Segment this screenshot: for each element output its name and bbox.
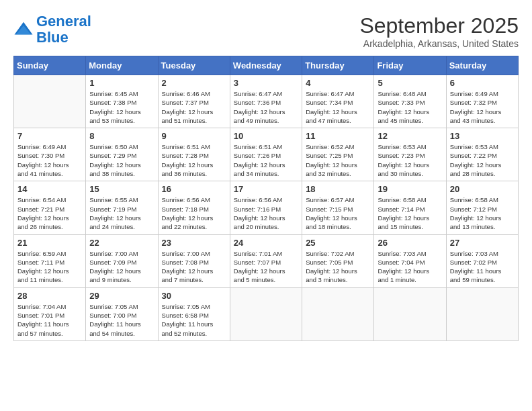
day-info: Sunrise: 6:53 AM Sunset: 7:22 PM Dayligh… bbox=[450, 142, 515, 178]
calendar-cell: 12Sunrise: 6:53 AM Sunset: 7:23 PM Dayli… bbox=[374, 128, 446, 181]
day-header-sunday: Sunday bbox=[14, 56, 86, 75]
day-header-monday: Monday bbox=[86, 56, 158, 75]
calendar-cell: 14Sunrise: 6:54 AM Sunset: 7:21 PM Dayli… bbox=[14, 181, 86, 234]
calendar-cell: 17Sunrise: 6:56 AM Sunset: 7:16 PM Dayli… bbox=[230, 181, 302, 234]
calendar-week-1: 1Sunrise: 6:45 AM Sunset: 7:38 PM Daylig… bbox=[14, 75, 519, 128]
calendar-cell: 6Sunrise: 6:49 AM Sunset: 7:32 PM Daylig… bbox=[446, 75, 518, 128]
day-header-friday: Friday bbox=[374, 56, 446, 75]
day-number: 23 bbox=[162, 238, 226, 248]
day-info: Sunrise: 7:03 AM Sunset: 7:04 PM Dayligh… bbox=[378, 249, 442, 285]
day-number: 5 bbox=[378, 78, 442, 88]
calendar-week-5: 28Sunrise: 7:04 AM Sunset: 7:01 PM Dayli… bbox=[14, 287, 519, 340]
calendar-header-row: SundayMondayTuesdayWednesdayThursdayFrid… bbox=[14, 56, 519, 75]
day-number: 12 bbox=[378, 131, 442, 141]
calendar-cell: 5Sunrise: 6:48 AM Sunset: 7:33 PM Daylig… bbox=[374, 75, 446, 128]
calendar-cell bbox=[374, 287, 446, 340]
day-info: Sunrise: 7:00 AM Sunset: 7:08 PM Dayligh… bbox=[162, 249, 226, 285]
subtitle: Arkadelphia, Arkansas, United States bbox=[359, 38, 519, 49]
day-info: Sunrise: 7:00 AM Sunset: 7:09 PM Dayligh… bbox=[89, 249, 154, 285]
day-number: 28 bbox=[17, 291, 82, 301]
day-number: 4 bbox=[306, 78, 370, 88]
calendar-cell: 18Sunrise: 6:57 AM Sunset: 7:15 PM Dayli… bbox=[302, 181, 374, 234]
day-info: Sunrise: 6:58 AM Sunset: 7:12 PM Dayligh… bbox=[450, 195, 515, 231]
day-header-wednesday: Wednesday bbox=[230, 56, 302, 75]
calendar-cell: 1Sunrise: 6:45 AM Sunset: 7:38 PM Daylig… bbox=[86, 75, 158, 128]
calendar-week-3: 14Sunrise: 6:54 AM Sunset: 7:21 PM Dayli… bbox=[14, 181, 519, 234]
calendar-cell: 16Sunrise: 6:56 AM Sunset: 7:18 PM Dayli… bbox=[158, 181, 230, 234]
calendar-cell: 10Sunrise: 6:51 AM Sunset: 7:26 PM Dayli… bbox=[230, 128, 302, 181]
calendar-cell bbox=[302, 287, 374, 340]
calendar-cell: 2Sunrise: 6:46 AM Sunset: 7:37 PM Daylig… bbox=[158, 75, 230, 128]
calendar-cell bbox=[14, 75, 86, 128]
day-info: Sunrise: 6:56 AM Sunset: 7:18 PM Dayligh… bbox=[162, 195, 226, 231]
month-title: September 2025 bbox=[359, 13, 519, 38]
day-info: Sunrise: 7:03 AM Sunset: 7:02 PM Dayligh… bbox=[450, 249, 515, 285]
day-info: Sunrise: 6:56 AM Sunset: 7:16 PM Dayligh… bbox=[234, 195, 298, 231]
calendar-cell: 9Sunrise: 6:51 AM Sunset: 7:28 PM Daylig… bbox=[158, 128, 230, 181]
calendar-cell: 15Sunrise: 6:55 AM Sunset: 7:19 PM Dayli… bbox=[86, 181, 158, 234]
logo-icon bbox=[13, 19, 34, 40]
day-header-saturday: Saturday bbox=[446, 56, 518, 75]
day-info: Sunrise: 6:48 AM Sunset: 7:33 PM Dayligh… bbox=[378, 89, 442, 125]
calendar-cell: 23Sunrise: 7:00 AM Sunset: 7:08 PM Dayli… bbox=[158, 234, 230, 287]
day-number: 11 bbox=[306, 131, 370, 141]
calendar-cell: 8Sunrise: 6:50 AM Sunset: 7:29 PM Daylig… bbox=[86, 128, 158, 181]
calendar-cell: 24Sunrise: 7:01 AM Sunset: 7:07 PM Dayli… bbox=[230, 234, 302, 287]
day-info: Sunrise: 6:58 AM Sunset: 7:14 PM Dayligh… bbox=[378, 195, 442, 231]
day-number: 18 bbox=[306, 184, 370, 194]
day-number: 27 bbox=[450, 238, 515, 248]
calendar-cell: 28Sunrise: 7:04 AM Sunset: 7:01 PM Dayli… bbox=[14, 287, 86, 340]
day-number: 7 bbox=[17, 131, 82, 141]
calendar-cell: 7Sunrise: 6:49 AM Sunset: 7:30 PM Daylig… bbox=[14, 128, 86, 181]
calendar-week-2: 7Sunrise: 6:49 AM Sunset: 7:30 PM Daylig… bbox=[14, 128, 519, 181]
day-number: 20 bbox=[450, 184, 515, 194]
calendar-cell: 20Sunrise: 6:58 AM Sunset: 7:12 PM Dayli… bbox=[446, 181, 518, 234]
day-info: Sunrise: 6:49 AM Sunset: 7:30 PM Dayligh… bbox=[17, 142, 82, 178]
day-number: 30 bbox=[162, 291, 226, 301]
day-number: 1 bbox=[89, 78, 154, 88]
day-number: 17 bbox=[234, 184, 298, 194]
day-header-thursday: Thursday bbox=[302, 56, 374, 75]
day-info: Sunrise: 6:57 AM Sunset: 7:15 PM Dayligh… bbox=[306, 195, 370, 231]
logo: General Blue bbox=[13, 13, 91, 46]
calendar-cell: 13Sunrise: 6:53 AM Sunset: 7:22 PM Dayli… bbox=[446, 128, 518, 181]
day-number: 26 bbox=[378, 238, 442, 248]
page-header: General Blue September 2025 Arkadelphia,… bbox=[13, 13, 519, 49]
calendar-cell bbox=[230, 287, 302, 340]
day-number: 6 bbox=[450, 78, 515, 88]
day-number: 15 bbox=[89, 184, 154, 194]
day-number: 13 bbox=[450, 131, 515, 141]
logo-text: General Blue bbox=[36, 13, 91, 46]
title-block: September 2025 Arkadelphia, Arkansas, Un… bbox=[359, 13, 519, 49]
calendar-cell: 29Sunrise: 7:05 AM Sunset: 7:00 PM Dayli… bbox=[86, 287, 158, 340]
day-number: 24 bbox=[234, 238, 298, 248]
day-number: 9 bbox=[162, 131, 226, 141]
day-info: Sunrise: 6:49 AM Sunset: 7:32 PM Dayligh… bbox=[450, 89, 515, 125]
day-info: Sunrise: 7:01 AM Sunset: 7:07 PM Dayligh… bbox=[234, 249, 298, 285]
calendar-cell: 30Sunrise: 7:05 AM Sunset: 6:58 PM Dayli… bbox=[158, 287, 230, 340]
day-info: Sunrise: 6:52 AM Sunset: 7:25 PM Dayligh… bbox=[306, 142, 370, 178]
day-header-tuesday: Tuesday bbox=[158, 56, 230, 75]
calendar-table: SundayMondayTuesdayWednesdayThursdayFrid… bbox=[13, 56, 519, 341]
day-number: 10 bbox=[234, 131, 298, 141]
calendar-cell: 4Sunrise: 6:47 AM Sunset: 7:34 PM Daylig… bbox=[302, 75, 374, 128]
day-info: Sunrise: 6:50 AM Sunset: 7:29 PM Dayligh… bbox=[89, 142, 154, 178]
day-info: Sunrise: 6:51 AM Sunset: 7:26 PM Dayligh… bbox=[234, 142, 298, 178]
day-number: 19 bbox=[378, 184, 442, 194]
calendar-cell: 22Sunrise: 7:00 AM Sunset: 7:09 PM Dayli… bbox=[86, 234, 158, 287]
day-number: 16 bbox=[162, 184, 226, 194]
calendar-week-4: 21Sunrise: 6:59 AM Sunset: 7:11 PM Dayli… bbox=[14, 234, 519, 287]
day-number: 22 bbox=[89, 238, 154, 248]
calendar-cell: 3Sunrise: 6:47 AM Sunset: 7:36 PM Daylig… bbox=[230, 75, 302, 128]
day-number: 2 bbox=[162, 78, 226, 88]
calendar-cell: 19Sunrise: 6:58 AM Sunset: 7:14 PM Dayli… bbox=[374, 181, 446, 234]
day-info: Sunrise: 6:46 AM Sunset: 7:37 PM Dayligh… bbox=[162, 89, 226, 125]
day-info: Sunrise: 6:51 AM Sunset: 7:28 PM Dayligh… bbox=[162, 142, 226, 178]
calendar-cell: 25Sunrise: 7:02 AM Sunset: 7:05 PM Dayli… bbox=[302, 234, 374, 287]
day-info: Sunrise: 6:47 AM Sunset: 7:36 PM Dayligh… bbox=[234, 89, 298, 125]
day-number: 29 bbox=[89, 291, 154, 301]
day-info: Sunrise: 7:05 AM Sunset: 6:58 PM Dayligh… bbox=[162, 302, 226, 338]
day-info: Sunrise: 6:54 AM Sunset: 7:21 PM Dayligh… bbox=[17, 195, 82, 231]
day-info: Sunrise: 6:47 AM Sunset: 7:34 PM Dayligh… bbox=[306, 89, 370, 125]
calendar-cell: 11Sunrise: 6:52 AM Sunset: 7:25 PM Dayli… bbox=[302, 128, 374, 181]
